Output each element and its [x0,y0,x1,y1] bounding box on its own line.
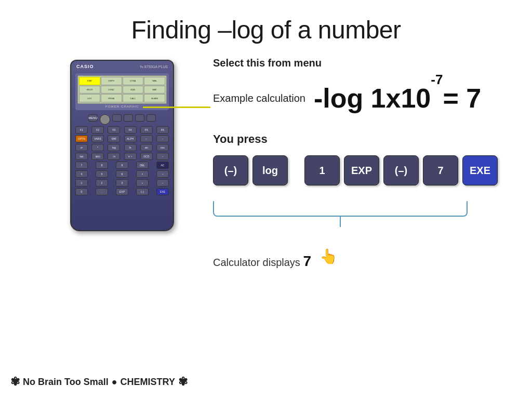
select-menu-text: Select this from menu [213,57,532,69]
bracket-arrow-down [340,217,341,227]
footer-subject: CHEMISTRY [121,377,175,388]
bracket-line [213,201,468,217]
key-exe: EXE [462,155,498,185]
you-press-label: You press [213,132,532,146]
calc-displays-row: Calculator displays 7 👆 [213,243,532,270]
calc-displays-value: 7 [303,253,311,269]
footer: ✾ No Brain Too Small ● CHEMISTRY ✾ [10,375,188,389]
formula-tail: = 7 [443,85,481,112]
footer-icon-right: ✾ [178,375,188,389]
page-title: Finding –log of a number [0,0,532,44]
calculator-image: CASIO fx-9750GA PLUS STAT GRPH DYNA TABL… [70,60,174,231]
arrow-pointer [143,107,210,108]
bracket-area: Calculator displays 7 👆 [213,201,532,270]
hand-pointer-icon: 👆 [320,248,338,265]
example-formula: -log 1x10-7 = 7 [314,85,481,112]
calc-model: fx-9750GA PLUS [140,65,168,69]
calc-screen: STAT GRPH DYNA TABL RECR CONC EQN MAT LI… [77,75,167,104]
right-section: Select this from menu Example calculatio… [203,55,532,270]
footer-nobrain: No Brain Too Small [23,377,109,388]
example-line: Example calculation -log 1x10-7 = 7 [213,85,532,112]
key-minus-1: (–) [213,155,248,185]
calc-displays-label: Calculator displays [213,257,300,268]
key-exp: EXP [344,155,379,185]
key-1: 1 [304,155,340,185]
key-minus-2: (–) [383,155,419,185]
footer-icon-left: ✾ [10,375,20,389]
key-7: 7 [423,155,458,185]
calc-displays-text: Calculator displays 7 [213,253,311,270]
footer-bullet: ● [112,377,117,388]
calc-brand: CASIO [76,64,94,69]
calculator-section: CASIO fx-9750GA PLUS STAT GRPH DYNA TABL… [42,60,203,270]
formula-base: -log 1x10 [314,85,431,112]
key-log: log [252,155,288,185]
key-buttons-row: (–) log 1 EXP (–) 7 EXE [213,155,532,185]
example-label: Example calculation [213,92,305,104]
